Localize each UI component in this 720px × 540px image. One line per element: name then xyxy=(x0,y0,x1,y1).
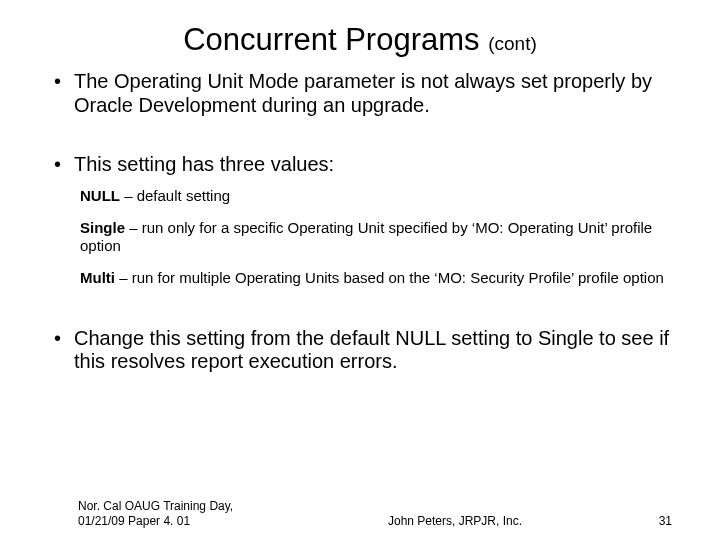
slide-footer: Nor. Cal OAUG Training Day, 01/21/09 Pap… xyxy=(0,499,720,528)
spacer xyxy=(48,127,672,153)
bullet-1-text: The Operating Unit Mode parameter is not… xyxy=(74,70,672,117)
bullet-icon: • xyxy=(54,70,74,94)
value-single-desc: – run only for a specific Operating Unit… xyxy=(80,219,652,254)
bullet-1: • The Operating Unit Mode parameter is n… xyxy=(48,70,672,117)
bullet-2: • This setting has three values: xyxy=(48,153,672,177)
value-single-name: Single xyxy=(80,219,125,236)
value-null-desc: – default setting xyxy=(120,187,230,204)
bullet-3-text: Change this setting from the default NUL… xyxy=(74,327,672,374)
value-multi-desc: – run for multiple Operating Units based… xyxy=(115,269,664,286)
slide-body: • The Operating Unit Mode parameter is n… xyxy=(0,58,720,374)
footer-center: John Peters, JRPJR, Inc. xyxy=(388,514,522,528)
bullet-icon: • xyxy=(54,327,74,351)
slide-title: Concurrent Programs (cont) xyxy=(0,0,720,58)
value-single: Single – run only for a specific Operati… xyxy=(80,219,672,255)
value-null-name: NULL xyxy=(80,187,120,204)
bullet-3: • Change this setting from the default N… xyxy=(48,327,672,374)
spacer xyxy=(48,301,672,327)
bullet-2-text: This setting has three values: xyxy=(74,153,672,177)
title-cont: (cont) xyxy=(488,33,537,54)
value-multi-name: Multi xyxy=(80,269,115,286)
footer-left: Nor. Cal OAUG Training Day, 01/21/09 Pap… xyxy=(78,499,278,528)
value-multi: Multi – run for multiple Operating Units… xyxy=(80,269,672,287)
value-list: NULL – default setting Single – run only… xyxy=(48,187,672,287)
title-main: Concurrent Programs xyxy=(183,22,488,57)
slide: Concurrent Programs (cont) • The Operati… xyxy=(0,0,720,540)
bullet-icon: • xyxy=(54,153,74,177)
value-null: NULL – default setting xyxy=(80,187,672,205)
page-number: 31 xyxy=(632,514,672,528)
